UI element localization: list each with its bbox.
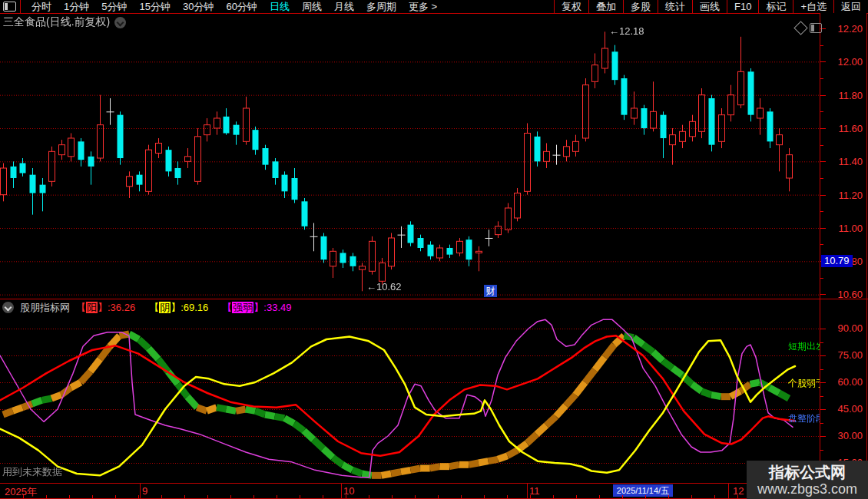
menu-item-+自选[interactable]: +自选 <box>793 0 833 13</box>
price-axis-label: 11.00 <box>838 223 863 234</box>
menu-item-多股[interactable]: 多股 <box>623 0 658 13</box>
week-tick <box>645 495 646 498</box>
price-axis: 12.2012.0011.8011.6011.4011.2011.0010.80… <box>820 13 867 299</box>
app-window: 分时1分钟5分钟15分钟30分钟60分钟日线周线月线多周期更多 > 复权叠加多股… <box>0 0 868 499</box>
week-tick <box>553 495 554 498</box>
menu-item-统计[interactable]: 统计 <box>658 0 692 13</box>
week-tick <box>392 495 393 498</box>
period-tab-60分钟[interactable]: 60分钟 <box>220 1 263 12</box>
axis-tick <box>820 369 823 370</box>
week-tick <box>161 495 162 498</box>
period-tab-更多 >[interactable]: 更多 > <box>403 1 443 12</box>
price-axis-label: 12.20 <box>837 23 863 35</box>
week-tick <box>599 495 600 498</box>
period-tab-30分钟[interactable]: 30分钟 <box>177 1 220 12</box>
period-tab-月线[interactable]: 月线 <box>328 1 360 12</box>
week-tick <box>207 495 208 498</box>
week-tick <box>737 495 738 498</box>
week-tick <box>369 495 369 498</box>
time-axis: 2025年 2025/11/14/五 9101112 <box>0 483 868 499</box>
axis-tick <box>820 436 826 437</box>
period-tab-15分钟[interactable]: 15分钟 <box>133 1 176 12</box>
menu-item-画线[interactable]: 画线 <box>692 0 727 13</box>
axis-tick <box>820 95 826 96</box>
price-axis-label: 12.00 <box>837 56 863 68</box>
week-tick <box>346 495 346 498</box>
price-axis-label: 11.20 <box>838 190 863 201</box>
indicator-values: 【阳】:36.26【阴】:69.16【强弱】:33.49 <box>76 301 291 315</box>
month-label-9: 9 <box>142 485 147 497</box>
title-chevron-down-icon[interactable] <box>114 17 126 28</box>
axis-tick <box>820 355 826 356</box>
watermark-title: 指标公式网 <box>769 463 846 481</box>
period-tab-分时[interactable]: 分时 <box>25 1 58 12</box>
period-tab-周线[interactable]: 周线 <box>296 1 328 12</box>
menu-item-复权[interactable]: 复权 <box>554 0 588 13</box>
month-separator <box>527 484 528 498</box>
month-label-11: 11 <box>529 485 540 497</box>
price-axis-label: 11.80 <box>838 90 863 101</box>
period-tab-日线[interactable]: 日线 <box>263 1 296 12</box>
week-tick <box>323 495 323 498</box>
future-data-note: 用到未来数据 <box>2 465 62 479</box>
indicator-field-阴: 【阴】:69.16 <box>149 301 208 315</box>
high-price-annotation: ←12.18 <box>609 25 644 37</box>
indicator-field-强弱: 【强弱】:33.49 <box>222 301 291 315</box>
week-tick <box>115 495 116 498</box>
axis-tick <box>820 128 826 129</box>
period-menu: 分时1分钟5分钟15分钟30分钟60分钟日线周线月线多周期更多 > <box>25 0 443 14</box>
week-tick <box>277 495 277 498</box>
toolbar-divider <box>20 0 21 13</box>
chart-right-border <box>820 13 820 497</box>
period-tab-5分钟[interactable]: 5分钟 <box>95 1 133 12</box>
page-title: 三全食品(日线.前复权) <box>3 15 110 29</box>
axis-tick <box>820 382 826 383</box>
week-tick <box>253 495 254 498</box>
window-split-icon[interactable] <box>810 23 822 33</box>
axis-tick <box>820 45 823 46</box>
diamond-icon[interactable] <box>793 21 807 35</box>
week-tick <box>138 495 139 498</box>
financial-report-badge[interactable]: 财 <box>484 285 497 297</box>
indicator-collapse-icon[interactable] <box>2 302 14 313</box>
period-tab-多周期[interactable]: 多周期 <box>360 1 403 12</box>
axis-tick <box>820 61 826 62</box>
indicator-axis-label: 60.00 <box>837 376 863 388</box>
indicator-panel: 短期出发个股弱于盘整阶段 <box>0 315 820 482</box>
axis-tick <box>820 396 823 397</box>
layout-split-icon[interactable] <box>3 2 16 12</box>
watermark-url: www.zbgs3.com <box>757 481 857 497</box>
kline-chart-canvas[interactable] <box>0 13 820 299</box>
week-tick <box>691 495 692 498</box>
panel-divider <box>0 299 868 299</box>
week-tick <box>576 495 577 498</box>
week-tick <box>300 495 300 498</box>
year-label: 2025年 <box>5 485 37 499</box>
indicator-axis-label: 90.00 <box>837 322 863 334</box>
week-tick <box>530 495 531 498</box>
indicator-field-阳: 【阳】:36.26 <box>76 301 135 315</box>
week-tick <box>714 495 715 498</box>
month-separator <box>341 484 342 498</box>
axis-tick <box>820 78 823 79</box>
week-tick <box>230 495 231 498</box>
menu-item-叠加[interactable]: 叠加 <box>588 0 623 13</box>
menu-item-返回[interactable]: 返回 <box>833 0 868 13</box>
week-tick <box>507 495 508 498</box>
axis-tick <box>820 409 826 410</box>
week-tick <box>438 495 439 498</box>
period-tab-1分钟[interactable]: 1分钟 <box>58 1 95 12</box>
menu-item-F10[interactable]: F10 <box>727 0 758 13</box>
week-tick <box>92 495 93 498</box>
month-label-12: 12 <box>733 485 744 497</box>
axis-tick <box>820 423 823 424</box>
menu-item-标记[interactable]: 标记 <box>758 0 793 13</box>
week-tick <box>46 495 47 498</box>
indicator-chart-canvas[interactable] <box>0 315 820 482</box>
axis-tick <box>820 244 823 245</box>
chart-corner-icons <box>796 23 822 33</box>
month-separator <box>140 484 141 498</box>
watermark: 指标公式网 www.zbgs3.com <box>747 461 868 499</box>
axis-tick <box>820 329 826 329</box>
indicator-name: 股朋指标网 <box>20 301 70 315</box>
